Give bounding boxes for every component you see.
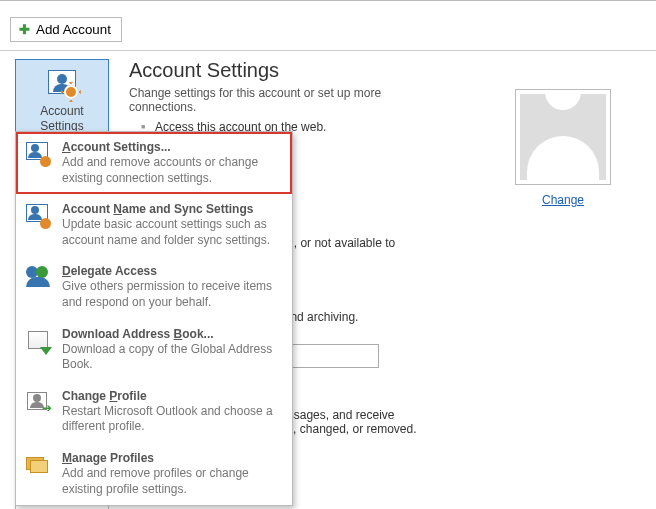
account-settings-dropdown: Account Settings... Add and remove accou… (15, 131, 293, 506)
delegate-icon (24, 264, 52, 292)
account-settings-button-label: Account Settings (20, 104, 104, 134)
menu-item-desc: Add and remove accounts or change existi… (62, 155, 282, 186)
menu-item-manage-profiles[interactable]: Manage Profiles Add and remove profiles … (16, 443, 292, 505)
menu-item-download-address-book[interactable]: Download Address Book... Download a copy… (16, 319, 292, 381)
change-avatar-link[interactable]: Change (542, 193, 584, 207)
menu-item-title: Account Name and Sync Settings (62, 202, 282, 216)
add-account-button[interactable]: ✚ Add Account (10, 17, 122, 42)
account-sync-icon (24, 202, 52, 230)
page-subtitle: Change settings for this account or set … (129, 86, 449, 114)
account-settings-icon (44, 68, 80, 100)
menu-item-title: Account Settings... (62, 140, 282, 154)
manage-profiles-icon (24, 451, 52, 479)
menu-item-name-sync-settings[interactable]: Account Name and Sync Settings Update ba… (16, 194, 292, 256)
menu-item-desc: Give others permission to receive items … (62, 279, 282, 310)
address-book-icon (24, 327, 52, 355)
menu-item-change-profile[interactable]: ➔ Change Profile Restart Microsoft Outlo… (16, 381, 292, 443)
menu-item-desc: Restart Microsoft Outlook and choose a d… (62, 404, 282, 435)
menu-item-title: Download Address Book... (62, 327, 282, 341)
menu-item-title: Manage Profiles (62, 451, 282, 465)
account-settings-icon (24, 140, 52, 168)
menu-item-title: Delegate Access (62, 264, 282, 278)
page-title: Account Settings (129, 59, 646, 82)
menu-item-desc: Download a copy of the Global Address Bo… (62, 342, 282, 373)
menu-item-delegate-access[interactable]: Delegate Access Give others permission t… (16, 256, 292, 318)
add-account-label: Add Account (36, 22, 111, 37)
avatar (515, 89, 611, 185)
plus-icon: ✚ (19, 23, 30, 36)
menu-item-title: Change Profile (62, 389, 282, 403)
menu-item-desc: Add and remove profiles or change existi… (62, 466, 282, 497)
menu-item-desc: Update basic account settings such as ac… (62, 217, 282, 248)
menu-item-account-settings[interactable]: Account Settings... Add and remove accou… (16, 132, 292, 194)
change-profile-icon: ➔ (24, 389, 52, 417)
